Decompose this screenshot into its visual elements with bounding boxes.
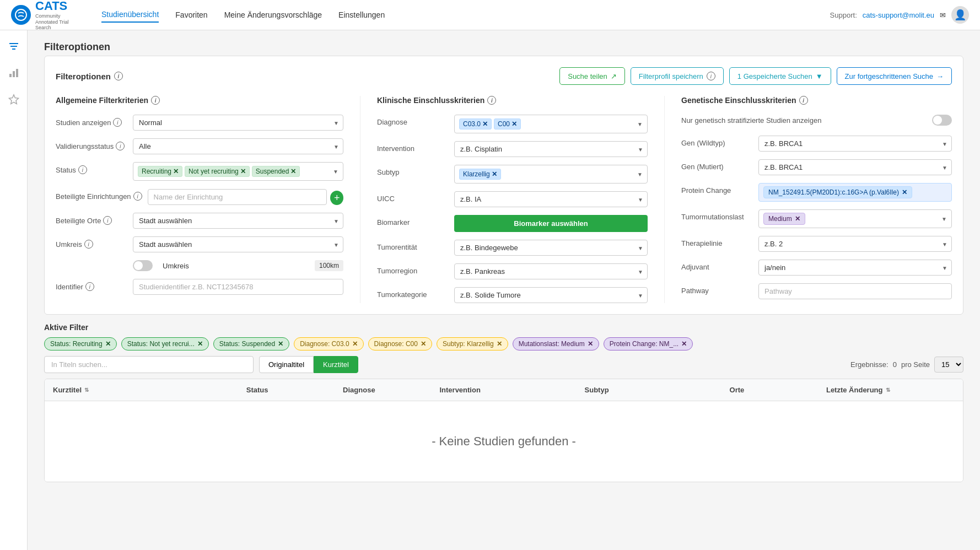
chip-not-yet-close[interactable]: ✕ <box>197 340 203 348</box>
chip-protein-change-close[interactable]: ✕ <box>681 340 687 348</box>
genetic-toggle[interactable] <box>932 115 952 126</box>
orte-info-icon[interactable]: i <box>103 216 112 225</box>
status-tag-suspended-close[interactable]: ✕ <box>290 168 296 175</box>
orte-select[interactable]: Stadt auswählen <box>133 213 343 229</box>
chip-suspended-close[interactable]: ✕ <box>278 340 283 348</box>
nav-einstellungen[interactable]: Einstellungen <box>338 8 385 22</box>
active-chip-protein-change[interactable]: Protein Change: NM_... ✕ <box>604 337 693 351</box>
svg-point-0 <box>15 9 26 20</box>
protein-change-tag-close[interactable]: ✕ <box>902 188 907 196</box>
diagnose-row: Diagnose C03.0 ✕ C00 ✕ ▼ <box>377 115 648 133</box>
advanced-search-button[interactable]: Zur fortgeschrittenen Suche → <box>837 67 952 85</box>
einrichtungen-input[interactable] <box>148 189 327 205</box>
umkreis-control: Stadt auswählen <box>133 236 343 252</box>
gen-wildtyp-select[interactable]: z.B. BRCA1 <box>758 136 952 152</box>
biomarker-row: Biomarker Biomarker auswählen <box>377 215 648 232</box>
per-page-select[interactable]: 15 <box>934 357 963 373</box>
logo[interactable]: CATS Community Annotated Trial Search <box>11 0 79 31</box>
einrichtungen-info-icon[interactable]: i <box>133 192 142 201</box>
studien-anzeigen-info-icon[interactable]: i <box>113 118 122 127</box>
tab-kurztitel[interactable]: Kurztitel <box>314 356 358 373</box>
intervention-control: z.B. Cisplatin <box>454 141 648 157</box>
title-search-input[interactable] <box>44 356 254 373</box>
general-filter-info-icon[interactable]: i <box>151 96 160 105</box>
tumormutationslast-dropdown-arrow[interactable]: ▼ <box>941 216 947 222</box>
genetic-filter-info-icon[interactable]: i <box>799 96 808 105</box>
share-search-button[interactable]: Suche teilen ↗ <box>559 67 625 85</box>
umkreis-select[interactable]: Stadt auswählen <box>133 236 343 252</box>
sidebar-item-filter[interactable] <box>6 39 21 54</box>
active-chip-diagnose-c030[interactable]: Diagnose: C03.0 ✕ <box>294 337 363 351</box>
active-chip-diagnose-c00[interactable]: Diagnose: C00 ✕ <box>368 337 432 351</box>
tumorregion-select[interactable]: z.B. Pankreas <box>454 263 648 279</box>
results-label: Ergebnisse: <box>850 360 889 369</box>
therapielinie-select[interactable]: z.B. 2 <box>758 236 952 252</box>
intervention-select[interactable]: z.B. Cisplatin <box>454 141 648 157</box>
biomarker-select-button[interactable]: Biomarker auswählen <box>454 215 648 232</box>
clinical-filter-info-icon[interactable]: i <box>487 96 496 105</box>
subtyp-dropdown-arrow[interactable]: ▼ <box>637 171 643 177</box>
tumorkategorie-control: z.B. Solide Tumore <box>454 287 648 303</box>
tumorkategorie-select[interactable]: z.B. Solide Tumore <box>454 287 648 303</box>
umkreis-toggle[interactable] <box>133 260 153 271</box>
tumorentitaet-select[interactable]: z.B. Bindegewebe <box>454 240 648 256</box>
svg-rect-4 <box>9 74 12 77</box>
active-chip-subtyp[interactable]: Subtyp: Klarzellig ✕ <box>437 337 508 351</box>
diagnose-tag-c030-close[interactable]: ✕ <box>482 120 488 128</box>
chip-subtyp-close[interactable]: ✕ <box>497 340 502 348</box>
validierungsstatus-info-icon[interactable]: i <box>116 142 125 150</box>
pathway-input[interactable] <box>758 283 952 299</box>
nav-studienubersicht[interactable]: Studienübersicht <box>101 7 159 23</box>
studien-anzeigen-control: Normal <box>133 115 343 131</box>
tumormutationslast-tag-select[interactable]: Medium ✕ ▼ <box>758 209 952 228</box>
umkreis-label: Umkreis i <box>56 236 127 249</box>
uicc-select[interactable]: z.B. IA <box>454 191 648 207</box>
subtyp-tag-klarzellig-close[interactable]: ✕ <box>492 170 497 178</box>
active-chip-recruiting[interactable]: Status: Recruiting ✕ <box>44 337 117 351</box>
status-tag-select[interactable]: Recruiting ✕ Not yet recruiting ✕ Suspen… <box>133 162 343 181</box>
adjuvant-select[interactable]: ja/nein <box>758 260 952 276</box>
filter-options-info-icon[interactable]: i <box>114 72 123 80</box>
sidebar-item-star[interactable] <box>6 91 21 107</box>
sidebar-item-chart[interactable] <box>6 65 21 80</box>
gen-mutiert-select[interactable]: z.B. BRCA1 <box>758 159 952 175</box>
status-dropdown-arrow[interactable]: ▼ <box>333 169 338 175</box>
tumormutationslast-tag-close[interactable]: ✕ <box>795 215 800 223</box>
diagnose-dropdown-arrow[interactable]: ▼ <box>637 121 643 127</box>
active-chip-not-yet[interactable]: Status: Not yet recrui... ✕ <box>121 337 209 351</box>
chip-recruiting-close[interactable]: ✕ <box>105 340 111 348</box>
chip-diagnose-c00-close[interactable]: ✕ <box>421 340 426 348</box>
protein-change-tag-select[interactable]: NM_152491.5(PM20D1):c.16G>A (p.Val6Ile) … <box>758 183 952 202</box>
user-avatar[interactable]: 👤 <box>951 6 969 24</box>
col-kurztitel[interactable]: Kurztitel ⇅ <box>45 379 238 401</box>
umkreis-info-icon[interactable]: i <box>84 240 93 249</box>
diagnose-tag-c00-close[interactable]: ✕ <box>511 120 517 128</box>
active-chip-suspended[interactable]: Status: Suspended ✕ <box>213 337 289 351</box>
nav-anderungsvorschlage[interactable]: Meine Änderungsvorschläge <box>224 8 322 22</box>
chip-diagnose-c030-close[interactable]: ✕ <box>352 340 358 348</box>
col-letzte-anderung[interactable]: Letzte Änderung ⇅ <box>818 379 963 401</box>
page-title: Filteroptionen <box>44 41 963 53</box>
tab-originaltitel[interactable]: Originaltitel <box>259 356 314 373</box>
studien-anzeigen-select[interactable]: Normal <box>133 115 343 131</box>
save-profile-info-icon[interactable]: i <box>707 72 715 80</box>
status-info-icon[interactable]: i <box>78 165 87 174</box>
save-profile-button[interactable]: Filterprofil speichern i <box>631 67 724 85</box>
status-tag-not-yet-close[interactable]: ✕ <box>240 168 246 175</box>
support-email[interactable]: cats-support@molit.eu <box>863 11 934 19</box>
validierungsstatus-select[interactable]: Alle <box>133 138 343 154</box>
saved-searches-button[interactable]: 1 Gespeicherte Suchen ▼ <box>729 67 831 85</box>
chip-mutationslast-close[interactable]: ✕ <box>588 340 593 348</box>
main-nav: Studienübersicht Favoriten Meine Änderun… <box>101 7 830 23</box>
status-tag-recruiting-close[interactable]: ✕ <box>173 168 179 175</box>
einrichtungen-label: Beteiligte Einrichtungen i <box>56 188 142 201</box>
pathway-row: Pathway <box>681 283 952 299</box>
diagnose-tag-select[interactable]: C03.0 ✕ C00 ✕ ▼ <box>454 115 648 133</box>
identifier-info-icon[interactable]: i <box>85 282 94 291</box>
nav-favoriten[interactable]: Favoriten <box>175 8 207 22</box>
identifier-input[interactable] <box>133 279 343 295</box>
active-chip-mutationslast[interactable]: Mutationslast: Medium ✕ <box>513 337 599 351</box>
validierungsstatus-row: Validierungsstatus i Alle <box>56 138 343 154</box>
einrichtungen-add-button[interactable]: + <box>330 191 343 205</box>
subtyp-tag-select[interactable]: Klarzellig ✕ ▼ <box>454 165 648 184</box>
